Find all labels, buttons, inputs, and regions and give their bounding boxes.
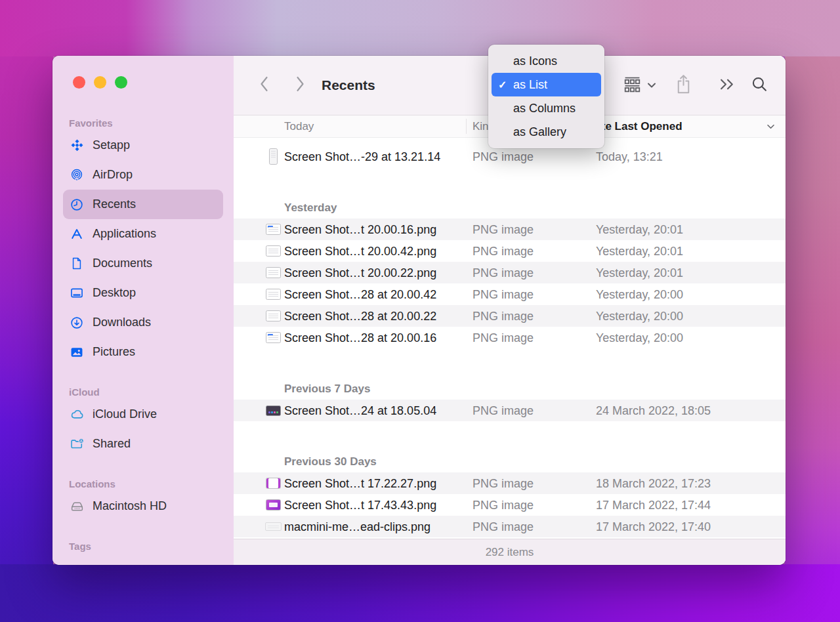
pictures-icon [69,345,85,360]
sidebar-item-macintosh-hd[interactable]: Macintosh HD [63,491,223,521]
file-date-last-opened: Yesterday, 20:00 [596,287,683,301]
file-row[interactable]: Screen Shot…t 20.00.22.png PNG image Yes… [234,262,786,283]
file-row[interactable]: Screen Shot…28 at 20.00.16 PNG image Yes… [234,327,786,348]
search-button[interactable] [751,75,768,96]
sidebar-item-label: Shared [93,437,131,451]
toolbar-tools [623,74,786,97]
shared-folder-icon [69,437,85,451]
sidebar-item-recents[interactable]: Recents [63,190,223,219]
view-menu-item-as-list[interactable]: ✓ as List [492,73,601,96]
group-label-today: Today [284,120,314,133]
file-date-last-opened: Yesterday, 20:01 [596,266,683,280]
sidebar-sections: Favorites Setapp AirDrop Recents Applica… [52,56,234,554]
file-name: Screen Shot…24 at 18.05.04 [284,404,436,417]
search-icon [751,75,768,96]
file-group: Previous 7 Days Screen Shot…24 at 18.05.… [234,378,786,421]
close-button[interactable] [73,76,85,89]
view-menu-item-label: as Icons [513,54,557,68]
window-controls [73,76,127,89]
file-row[interactable]: Screen Shot…24 at 18.05.04 PNG image 24 … [234,400,786,421]
file-group: Yesterday Screen Shot…t 20.00.16.png PNG… [234,197,786,348]
file-thumbnail-icon [266,405,281,416]
file-row[interactable]: Screen Shot…t 17.43.43.png PNG image 17 … [234,494,786,516]
view-options-button[interactable] [623,76,656,95]
file-thumbnail-icon [266,478,281,489]
file-name: Screen Shot…28 at 20.00.16 [284,331,436,344]
file-date-last-opened: Today, 13:21 [596,150,663,163]
file-thumbnail-icon [266,224,281,235]
file-group: Previous 30 Days Screen Shot…t 17.22.27.… [234,451,786,537]
file-date-last-opened: 17 March 2022, 17:40 [596,520,711,533]
view-menu-item-as-icons[interactable]: as Icons [492,49,601,73]
sidebar: Favorites Setapp AirDrop Recents Applica… [52,56,234,565]
file-name: Screen Shot…28 at 20.00.42 [284,287,436,301]
file-kind: PNG image [472,331,534,344]
view-group-icon [623,76,641,95]
sidebar-item-label: Macintosh HD [93,499,167,513]
file-kind: PNG image [472,498,534,512]
file-kind: PNG image [472,222,534,236]
file-name: Screen Shot…28 at 20.00.22 [284,309,436,323]
more-toolbar-items-button[interactable] [719,77,736,94]
view-menu-item-as-columns[interactable]: as Columns [492,96,601,120]
sidebar-item-pictures[interactable]: Pictures [63,337,223,367]
file-name: Screen Shot…t 20.00.42.png [284,244,436,258]
file-name: Screen Shot…t 20.00.22.png [284,266,436,280]
sidebar-item-setapp[interactable]: Setapp [63,131,223,160]
file-date-last-opened: 18 March 2022, 17:23 [596,476,711,490]
double-chevron-right-icon [719,77,736,94]
forward-button[interactable] [295,75,306,95]
file-kind: PNG image [472,404,534,417]
file-name: Screen Shot…t 17.43.43.png [284,498,436,512]
file-kind: PNG image [472,266,534,280]
file-thumbnail-icon [266,245,281,257]
file-kind: PNG image [472,520,534,533]
file-date-last-opened: Yesterday, 20:00 [596,309,683,323]
navigation-buttons [259,75,306,95]
file-date-last-opened: Yesterday, 20:01 [596,222,683,236]
icloud-drive-icon [69,407,85,422]
airdrop-icon [69,168,85,182]
file-row[interactable]: macmini-me…ead-clips.png PNG image 17 Ma… [234,516,786,537]
file-thumbnail-icon [265,522,282,531]
file-kind: PNG image [472,150,534,163]
sidebar-item-label: Applications [93,227,156,241]
share-button[interactable] [675,74,692,97]
view-menu-item-as-gallery[interactable]: as Gallery [492,120,601,144]
minimize-button[interactable] [94,76,106,89]
view-menu-item-label: as Columns [513,102,576,115]
sort-chevron-icon [766,123,775,129]
sidebar-section-title-favorites: Favorites [69,116,234,131]
downloads-icon [69,316,85,330]
file-row[interactable]: Screen Shot…t 20.00.42.png PNG image Yes… [234,240,786,262]
sidebar-item-airdrop[interactable]: AirDrop [63,160,223,190]
group-header-yesterday: Yesterday [234,197,786,218]
sidebar-item-label: Setapp [93,138,130,152]
sidebar-item-label: AirDrop [93,168,133,182]
back-button[interactable] [259,75,269,95]
sidebar-item-documents[interactable]: Documents [63,249,223,278]
zoom-button[interactable] [115,76,127,89]
chevron-right-icon [295,75,306,95]
share-icon [675,74,692,97]
sidebar-item-downloads[interactable]: Downloads [63,308,223,337]
file-name: Screen Shot…t 20.00.16.png [284,222,436,236]
file-date-last-opened: 17 March 2022, 17:44 [596,498,711,512]
column-divider [466,119,467,134]
file-row[interactable]: Screen Shot…t 17.22.27.png PNG image 18 … [234,472,786,494]
sidebar-item-icloud-drive[interactable]: iCloud Drive [63,400,223,429]
file-date-last-opened: Yesterday, 20:01 [596,244,683,258]
sidebar-item-label: iCloud Drive [93,407,157,421]
file-row[interactable]: Screen Shot…28 at 20.00.42 PNG image Yes… [234,283,786,305]
sidebar-item-desktop[interactable]: Desktop [63,278,223,308]
sidebar-item-label: Documents [93,257,152,270]
file-row[interactable]: Screen Shot…t 20.00.16.png PNG image Yes… [234,218,786,240]
file-row[interactable]: Screen Shot…-29 at 13.21.14 PNG image To… [234,146,786,167]
sidebar-item-shared[interactable]: Shared [63,429,223,459]
file-name: Screen Shot…t 17.22.27.png [284,476,436,490]
sidebar-item-label: Recents [93,197,136,211]
file-row[interactable]: Screen Shot…28 at 20.00.22 PNG image Yes… [234,305,786,327]
file-group: Screen Shot…-29 at 13.21.14 PNG image To… [234,146,786,167]
desktop-icon [69,286,85,301]
sidebar-item-applications[interactable]: Applications [63,219,223,249]
